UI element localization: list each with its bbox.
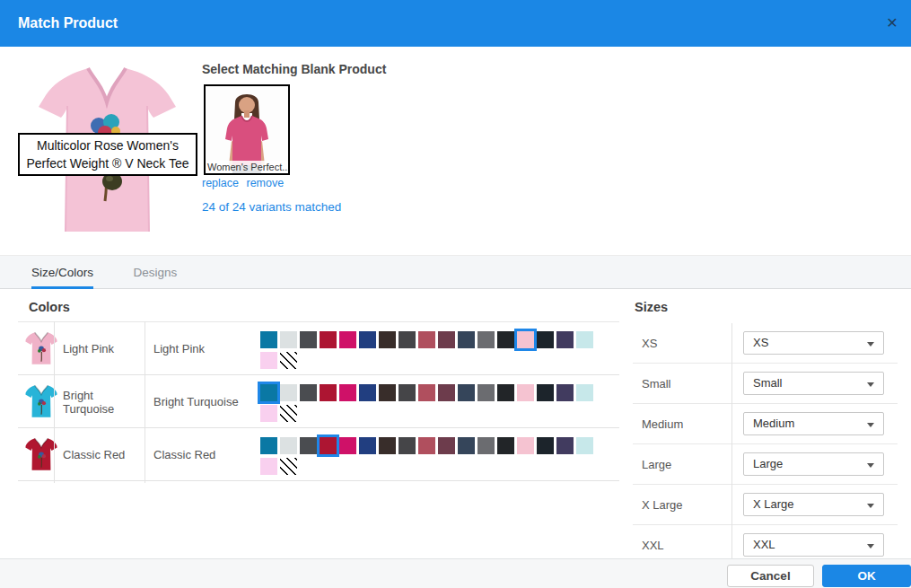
swatch[interactable] [438, 384, 455, 401]
swatch[interactable] [477, 384, 495, 401]
shirt-thumbnail-icon [25, 436, 57, 476]
swatch[interactable] [458, 331, 475, 348]
close-icon[interactable]: ✕ [882, 13, 902, 33]
swatch[interactable] [418, 384, 435, 401]
size-select-xxl[interactable]: XXL [743, 533, 884, 557]
size-row: XS XS [633, 323, 898, 364]
size-select-x-large[interactable]: X Large [743, 493, 884, 516]
swatch[interactable] [359, 331, 376, 348]
swatch[interactable] [359, 384, 376, 401]
thumbnail-caption: Women's Perfect... [206, 161, 288, 173]
replace-link[interactable]: replace [202, 177, 239, 189]
swatch[interactable] [497, 384, 514, 401]
product-preview: Multicolor Rose Women's Perfect Weight ®… [20, 56, 196, 239]
colors-table-divider-1 [54, 321, 55, 483]
swatch[interactable] [320, 384, 337, 401]
remove-link[interactable]: remove [246, 177, 284, 189]
swatch[interactable] [418, 331, 435, 348]
blank-product-thumbnail[interactable]: Women's Perfect... [204, 84, 290, 175]
tab-designs[interactable]: Designs [133, 256, 177, 289]
chevron-down-icon [867, 423, 874, 427]
swatch[interactable] [320, 437, 337, 454]
color-row-name: Classic Red [63, 428, 140, 481]
modal-footer: Cancel OK [0, 558, 911, 588]
swatch[interactable] [260, 405, 277, 422]
swatch[interactable] [339, 331, 356, 348]
size-select-xs[interactable]: XS [743, 331, 884, 355]
swatch[interactable] [260, 458, 277, 475]
size-select-medium[interactable]: Medium [743, 412, 884, 435]
modal-title: Match Product [18, 0, 118, 47]
swatch[interactable] [260, 331, 277, 348]
swatch[interactable] [556, 437, 574, 454]
ok-button[interactable]: OK [822, 565, 911, 587]
swatch[interactable] [438, 437, 455, 454]
chevron-down-icon [867, 544, 874, 549]
swatch[interactable] [477, 331, 495, 348]
swatch[interactable] [537, 384, 554, 401]
swatch[interactable] [458, 437, 475, 454]
swatch[interactable] [260, 437, 277, 454]
swatch-pattern[interactable] [280, 405, 297, 422]
chevron-down-icon [867, 342, 874, 347]
swatch[interactable] [280, 331, 297, 348]
colors-table-divider-2 [145, 321, 145, 483]
swatch-grid [260, 331, 594, 369]
swatch[interactable] [537, 437, 554, 454]
swatch[interactable] [300, 437, 317, 454]
swatch[interactable] [280, 384, 297, 401]
swatch[interactable] [497, 331, 514, 348]
swatch[interactable] [399, 437, 416, 454]
size-label-large: Large [642, 444, 671, 485]
swatch[interactable] [399, 384, 416, 401]
size-row: Medium Medium [633, 404, 898, 444]
swatch[interactable] [339, 437, 356, 454]
swatch[interactable] [399, 331, 416, 348]
swatch[interactable] [280, 437, 297, 454]
swatch[interactable] [576, 331, 593, 348]
cancel-button[interactable]: Cancel [727, 565, 814, 587]
swatch[interactable] [477, 437, 495, 454]
swatch[interactable] [379, 331, 396, 348]
swatch-pattern[interactable] [280, 352, 297, 369]
colors-table: Light Pink Light Pink Bright Turquoise B… [18, 321, 619, 481]
swatch[interactable] [438, 331, 455, 348]
swatch[interactable] [556, 331, 574, 348]
swatch[interactable] [537, 331, 554, 348]
swatch[interactable] [359, 437, 376, 454]
swatch-pattern[interactable] [280, 458, 297, 475]
swatch[interactable] [379, 437, 396, 454]
colors-heading: Colors [29, 300, 70, 314]
product-name-tooltip: Multicolor Rose Women's Perfect Weight ®… [18, 133, 197, 176]
swatch[interactable] [320, 331, 337, 348]
swatch[interactable] [556, 384, 574, 401]
swatch[interactable] [576, 437, 593, 454]
swatch-grid [260, 384, 594, 422]
shirt-thumbnail-icon [25, 330, 57, 370]
size-select-large[interactable]: Large [743, 452, 884, 476]
swatch[interactable] [260, 352, 277, 369]
color-row: Classic Red Classic Red [18, 428, 619, 481]
swatch[interactable] [379, 384, 396, 401]
swatch[interactable] [300, 384, 317, 401]
swatch[interactable] [517, 437, 534, 454]
color-row: Bright Turquoise Bright Turquoise [18, 375, 619, 428]
swatch[interactable] [497, 437, 514, 454]
swatch[interactable] [576, 384, 593, 401]
swatch[interactable] [517, 331, 534, 348]
size-row: Small Small [633, 364, 898, 404]
tab-size-colors[interactable]: Size/Colors [31, 256, 93, 289]
sizes-heading: Sizes [635, 300, 668, 314]
swatch[interactable] [339, 384, 356, 401]
color-row-name: Light Pink [63, 322, 140, 375]
color-row-match-name: Light Pink [153, 322, 257, 375]
size-row: Large Large [633, 444, 898, 485]
swatch[interactable] [300, 331, 317, 348]
swatch-grid [260, 437, 594, 475]
size-select-small[interactable]: Small [743, 372, 884, 395]
size-label-xs: XS [642, 323, 657, 364]
swatch[interactable] [260, 384, 277, 401]
swatch[interactable] [458, 384, 475, 401]
swatch[interactable] [517, 384, 534, 401]
swatch[interactable] [418, 437, 435, 454]
